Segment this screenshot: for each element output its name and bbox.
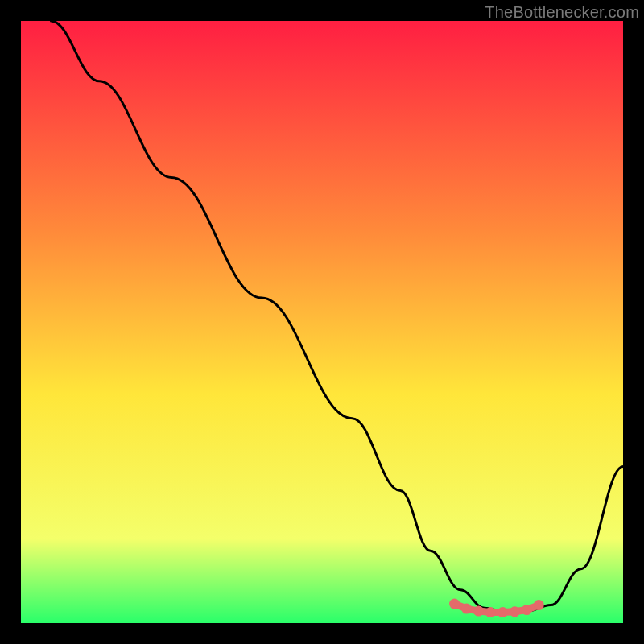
marker-dot: [522, 605, 532, 615]
marker-dot: [473, 606, 484, 617]
marker-dot: [510, 606, 520, 617]
marker-dot: [485, 607, 496, 617]
marker-dot: [449, 599, 460, 609]
marker-dot: [461, 604, 472, 614]
watermark-text: TheBottlenecker.com: [485, 3, 639, 22]
marker-dot: [534, 600, 544, 610]
marker-dot: [497, 607, 508, 617]
bottleneck-chart: [21, 21, 623, 623]
chart-frame: [21, 21, 623, 623]
gradient-background: [21, 21, 623, 623]
